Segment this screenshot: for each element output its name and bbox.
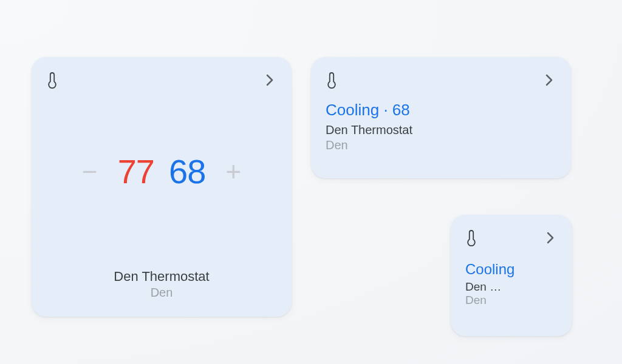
thermostat-card-medium[interactable]: Cooling · 68 Den Thermostat Den	[311, 57, 571, 178]
thermostat-card-small[interactable]: Cooling Den … Den	[451, 215, 572, 336]
room-name: Den	[465, 294, 558, 307]
card-header	[465, 227, 558, 249]
device-name: Den Thermostat	[326, 123, 556, 137]
card-header	[326, 69, 556, 91]
chevron-right-icon[interactable]	[262, 73, 277, 87]
thermostat-card-large[interactable]: − 77 68 + Den Thermostat Den	[32, 57, 292, 317]
thermometer-icon	[46, 72, 58, 89]
status-line: Cooling · 68	[326, 101, 556, 120]
cool-setpoint: 68	[169, 152, 205, 191]
room-name: Den	[326, 138, 556, 152]
heat-setpoint: 77	[118, 152, 154, 191]
device-name: Den Thermostat	[32, 269, 292, 285]
thermometer-icon	[326, 72, 338, 89]
increase-temp-button[interactable]: +	[220, 157, 247, 187]
temperature-controls: − 77 68 +	[46, 152, 277, 191]
room-name: Den	[32, 286, 292, 300]
status-line: Cooling	[465, 261, 558, 278]
device-name: Den …	[465, 280, 558, 294]
card-header	[46, 69, 277, 91]
thermometer-icon	[465, 229, 477, 246]
card-footer: Den Thermostat Den	[32, 269, 292, 300]
chevron-right-icon[interactable]	[543, 231, 558, 245]
chevron-right-icon[interactable]	[542, 73, 556, 87]
decrease-temp-button[interactable]: −	[77, 157, 103, 187]
